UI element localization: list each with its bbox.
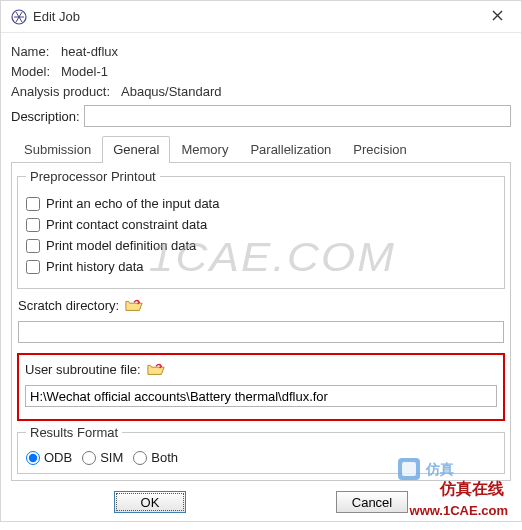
tab-precision[interactable]: Precision [342,136,417,163]
folder-open-icon [147,361,165,377]
user-subroutine-label: User subroutine file: [25,362,141,377]
user-subroutine-input[interactable] [25,385,497,407]
chk-history-label: Print history data [46,259,144,274]
name-value: heat-dflux [61,44,118,59]
radio-odb-label: ODB [44,450,72,465]
ok-button[interactable]: OK [114,491,186,513]
description-label: Description: [11,109,80,124]
window-title: Edit Job [33,9,483,24]
scratch-label: Scratch directory: [18,298,119,313]
folder-open-icon [125,297,143,313]
radio-sim-input[interactable] [82,451,96,465]
results-radios: ODB SIM Both [26,450,496,465]
chk-modeldef-label: Print model definition data [46,238,196,253]
description-input[interactable] [84,105,511,127]
tabstrip: Submission General Memory Parallelizatio… [11,135,511,163]
close-icon [492,10,503,21]
model-value: Model-1 [61,64,108,79]
chk-modeldef[interactable]: Print model definition data [26,238,496,253]
preprocessor-legend: Preprocessor Printout [26,169,160,184]
name-row: Name: heat-dflux [11,44,511,59]
chk-contact-label: Print contact constraint data [46,217,207,232]
close-button[interactable] [483,9,511,24]
chk-contact[interactable]: Print contact constraint data [26,217,496,232]
scratch-browse-button[interactable] [125,297,143,313]
tab-panel-general: Preprocessor Printout Print an echo of t… [11,163,511,481]
analysis-row: Analysis product: Abaqus/Standard [11,84,511,99]
chk-echo-label: Print an echo of the input data [46,196,219,211]
dialog-body: Name: heat-dflux Model: Model-1 Analysis… [1,33,521,485]
user-subroutine-group: User subroutine file: [17,353,505,421]
analysis-value: Abaqus/Standard [121,84,221,99]
model-label: Model: [11,64,61,79]
radio-odb[interactable]: ODB [26,450,72,465]
cancel-button[interactable]: Cancel [336,491,408,513]
edit-job-dialog: Edit Job Name: heat-dflux Model: Model-1… [0,0,522,522]
button-bar: OK Cancel [1,485,521,521]
results-format-group: Results Format ODB SIM Both [17,425,505,474]
titlebar: Edit Job [1,1,521,33]
user-subroutine-browse-button[interactable] [147,361,165,377]
tab-parallelization[interactable]: Parallelization [239,136,342,163]
radio-odb-input[interactable] [26,451,40,465]
tab-memory[interactable]: Memory [170,136,239,163]
chk-history-box[interactable] [26,260,40,274]
scratch-row: Scratch directory: [18,297,504,313]
tab-general[interactable]: General [102,136,170,163]
app-icon [11,9,27,25]
name-label: Name: [11,44,61,59]
chk-echo[interactable]: Print an echo of the input data [26,196,496,211]
radio-both-input[interactable] [133,451,147,465]
chk-echo-box[interactable] [26,197,40,211]
user-subroutine-row: User subroutine file: [25,361,497,377]
preprocessor-group: Preprocessor Printout Print an echo of t… [17,169,505,289]
analysis-label: Analysis product: [11,84,121,99]
radio-both-label: Both [151,450,178,465]
model-row: Model: Model-1 [11,64,511,79]
scratch-input[interactable] [18,321,504,343]
chk-modeldef-box[interactable] [26,239,40,253]
results-format-legend: Results Format [26,425,122,440]
chk-contact-box[interactable] [26,218,40,232]
description-row: Description: [11,105,511,127]
chk-history[interactable]: Print history data [26,259,496,274]
radio-sim[interactable]: SIM [82,450,123,465]
radio-both[interactable]: Both [133,450,178,465]
tab-submission[interactable]: Submission [13,136,102,163]
radio-sim-label: SIM [100,450,123,465]
